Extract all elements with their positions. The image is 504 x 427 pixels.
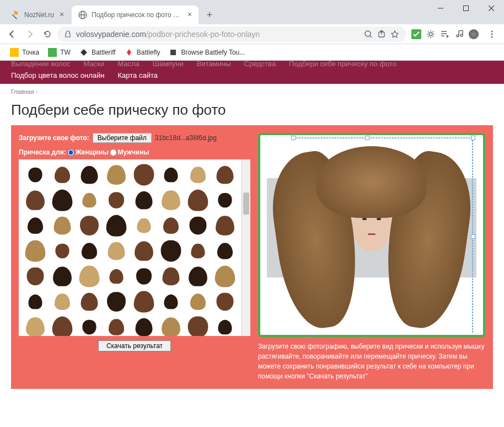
nav-link[interactable]: Масла [117,61,140,68]
forward-button[interactable] [22,26,37,42]
hairstyle-option[interactable] [158,239,184,263]
hairstyle-option[interactable] [104,188,130,212]
tab-2[interactable]: Подбор причесок по фото онла × [72,6,199,24]
hairstyle-option[interactable] [104,264,130,289]
hairstyle-option[interactable] [49,290,75,314]
tab-close-1[interactable]: × [57,10,66,19]
minimize-button[interactable] [428,0,453,17]
preview-box[interactable] [258,133,485,337]
hairstyle-option[interactable] [131,315,157,336]
profile-avatar[interactable] [469,29,479,39]
breadcrumb[interactable]: Главная › [0,84,504,99]
tab-1[interactable]: NozNet.ru × [4,6,71,24]
hairstyle-option[interactable] [77,214,103,238]
search-icon[interactable] [364,30,373,39]
hairstyle-option[interactable] [77,264,103,289]
bookmark-tochka[interactable]: Точка [7,46,42,59]
hairstyle-option[interactable] [185,188,211,212]
bookmark-battlefy[interactable]: Browse Battlefy Tou... [165,46,248,59]
close-window-button[interactable] [479,0,504,17]
ext-music-icon[interactable] [454,29,464,39]
hairstyle-option[interactable] [131,290,157,314]
hairstyle-option[interactable] [49,163,75,187]
hairstyle-option[interactable] [104,290,130,314]
nav-link[interactable]: Маски [84,61,105,68]
hairstyle-option[interactable] [22,264,48,289]
choose-file-button[interactable]: Выберите файл [93,133,152,143]
bookmark-battleriff[interactable]: Battleriff [76,46,119,59]
nav-link[interactable]: Карта сайта [118,71,158,79]
hairstyle-option[interactable] [22,163,48,187]
hairstyle-option[interactable] [158,188,184,212]
hairstyle-option[interactable] [185,264,211,289]
hairstyle-option[interactable] [131,163,157,187]
nav-link[interactable]: Выпадение волос [11,61,71,68]
hairstyle-option[interactable] [49,315,75,336]
resize-handle[interactable] [471,234,475,239]
nav-link[interactable]: Подбор цвета волос онлайн [11,71,105,79]
applied-hairstyle[interactable] [266,141,478,318]
hairstyle-option[interactable] [49,239,75,263]
hairstyle-option[interactable] [212,188,238,212]
hairstyle-option[interactable] [212,214,238,238]
hairstyle-option[interactable] [158,214,184,238]
hairstyle-option[interactable] [49,264,75,289]
hairstyle-option[interactable] [77,315,103,336]
tab-close-2[interactable]: × [185,10,194,19]
hairstyle-option[interactable] [22,290,48,314]
scrollbar-thumb[interactable] [243,193,249,215]
ext-gear-icon[interactable] [426,29,436,39]
menu-button[interactable] [484,26,500,42]
bookmark-battlefly[interactable]: Battlefly [121,46,164,59]
resize-handle[interactable] [365,136,369,140]
hairstyle-option[interactable] [22,214,48,238]
hairstyle-option[interactable] [212,163,238,187]
hairstyle-option[interactable] [77,188,103,212]
hairstyle-option[interactable] [49,214,75,238]
hairstyle-grid[interactable] [19,159,242,336]
ext-playlist-icon[interactable] [440,29,450,39]
maximize-button[interactable] [453,0,479,17]
hairstyle-option[interactable] [158,163,184,187]
hairstyle-option[interactable] [212,290,238,314]
hairstyle-option[interactable] [212,315,238,336]
back-button[interactable] [4,26,20,42]
nav-link[interactable]: Шампуни [153,61,184,68]
hairstyle-option[interactable] [22,315,48,336]
url-input[interactable]: volosvypadenie.com/podbor-prichesok-po-f… [57,26,406,42]
radio-women[interactable] [67,149,74,156]
hairstyle-option[interactable] [185,239,211,263]
hairstyle-option[interactable] [104,214,130,238]
hairstyle-option[interactable] [158,264,184,289]
hairstyle-option[interactable] [131,239,157,263]
radio-men[interactable] [110,149,117,156]
download-button[interactable]: Скачать результат [98,340,171,351]
hairstyle-option[interactable] [131,214,157,238]
hairstyle-option[interactable] [185,315,211,336]
reload-button[interactable] [40,26,55,42]
hairstyle-option[interactable] [158,290,184,314]
hairstyle-option[interactable] [212,239,238,263]
hairstyle-option[interactable] [212,264,238,289]
share-icon[interactable] [377,30,386,39]
nav-link[interactable]: Витамины [197,61,231,68]
hairstyle-option[interactable] [22,239,48,263]
hairstyle-option[interactable] [104,315,130,336]
hairstyle-option[interactable] [185,163,211,187]
nav-link[interactable]: Средства [244,61,276,68]
new-tab-button[interactable]: + [202,7,217,23]
ext-check-icon[interactable] [411,29,421,39]
hairstyle-option[interactable] [131,264,157,289]
hairstyle-option[interactable] [77,239,103,263]
hairstyle-option[interactable] [22,188,48,212]
bookmark-tw[interactable]: TW [45,46,74,59]
hairstyle-option[interactable] [185,290,211,314]
hairstyle-option[interactable] [49,188,75,212]
hairstyle-option[interactable] [185,214,211,238]
hairstyle-option[interactable] [77,163,103,187]
hairstyle-option[interactable] [104,163,130,187]
star-icon[interactable] [390,30,399,39]
hairstyle-option[interactable] [77,290,103,314]
hairstyle-option[interactable] [158,315,184,336]
resize-handle[interactable] [291,136,296,140]
